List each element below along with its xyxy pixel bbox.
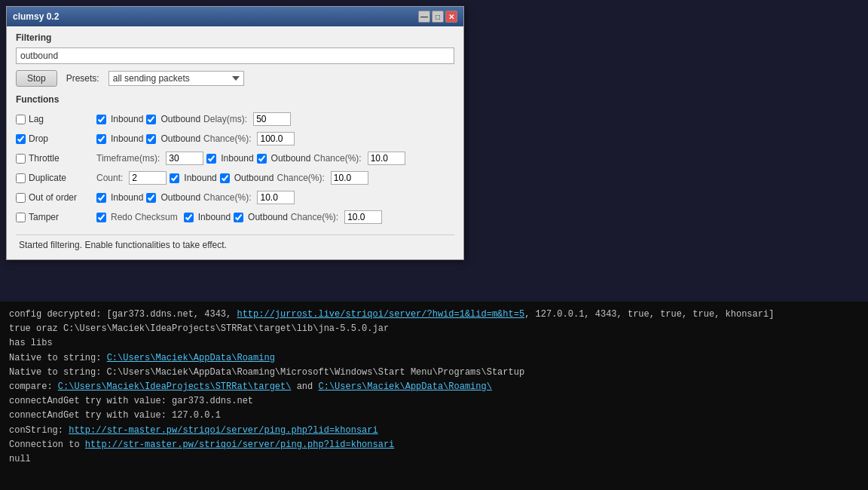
throttle-inbound-checkbox[interactable]	[206, 154, 216, 164]
terminal-line: conString: http://str-master.pw/striqoi/…	[9, 424, 859, 438]
terminal-line: true oraz C:\Users\Maciek\IdeaProjects\S…	[9, 322, 859, 336]
drop-middle: Inbound Outbound Chance(%):	[96, 132, 454, 145]
tamper-outbound-checkbox[interactable]	[234, 213, 243, 222]
controls-row: Stop Presets: all sending packets all re…	[16, 70, 454, 87]
out-of-order-middle: Inbound Outbound Chance(%):	[96, 191, 454, 204]
drop-outbound-label: Outbound	[160, 133, 200, 144]
out-of-order-outbound-label: Outbound	[160, 192, 200, 203]
out-of-order-inbound-checkbox[interactable]	[96, 193, 106, 203]
duplicate-label: Duplicate	[29, 173, 96, 183]
duplicate-outbound-label: Outbound	[234, 173, 274, 183]
tamper-checkbox[interactable]	[16, 213, 26, 222]
tamper-chance-label: Chance(%):	[291, 212, 338, 222]
tamper-outbound-label: Outbound	[248, 212, 288, 222]
duplicate-inbound-label: Inbound	[184, 173, 216, 183]
throttle-chance-label: Chance(%):	[313, 153, 361, 164]
title-bar[interactable]: clumsy 0.2 — □ ✕	[7, 7, 463, 26]
lag-delay-label: Delay(ms):	[203, 114, 247, 124]
drop-chance-label: Chance(%):	[203, 133, 251, 144]
terminal-line: compare: C:\Users\Maciek\IdeaProjects\ST…	[9, 380, 859, 394]
close-button[interactable]: ✕	[445, 11, 457, 23]
terminal-line: Native to string: C:\Users\Maciek\AppDat…	[9, 366, 859, 380]
tamper-label: Tamper	[29, 212, 96, 222]
lag-delay-input[interactable]	[253, 112, 291, 126]
duplicate-count-label: Count:	[96, 173, 123, 183]
minimize-button[interactable]: —	[418, 11, 430, 23]
tamper-middle: Redo Checksum Inbound Outbound Chance(%)…	[96, 210, 454, 224]
out-of-order-inbound-label: Inbound	[111, 192, 143, 203]
throttle-timeframe-input[interactable]	[166, 152, 203, 165]
terminal-line: null	[9, 452, 859, 467]
out-of-order-chance-label: Chance(%):	[203, 192, 251, 203]
maximize-button[interactable]: □	[432, 11, 444, 23]
drop-inbound-label: Inbound	[111, 133, 143, 144]
lag-inbound-label: Inbound	[111, 114, 143, 124]
throttle-timeframe-label: Timeframe(ms):	[96, 153, 160, 164]
filtering-section-title: Filtering	[16, 32, 454, 43]
lag-outbound-label: Outbound	[160, 114, 200, 124]
function-row-out-of-order: Out of order Inbound Outbound Chance(%):	[16, 188, 454, 207]
out-of-order-chance-input[interactable]	[257, 191, 295, 204]
stop-button[interactable]: Stop	[16, 70, 57, 87]
lag-label: Lag	[29, 114, 96, 124]
drop-label: Drop	[29, 133, 96, 144]
terminal-line: connectAndGet try with value: 127.0.0.1	[9, 409, 859, 423]
terminal-line: Native to string: C:\Users\Maciek\AppDat…	[9, 351, 859, 366]
terminal: config decrypted: [gar373.ddns.net, 4343…	[0, 302, 868, 490]
throttle-outbound-label: Outbound	[271, 153, 311, 164]
tamper-redo-checkbox[interactable]	[96, 213, 106, 222]
out-of-order-outbound-checkbox[interactable]	[146, 193, 156, 203]
function-row-tamper: Tamper Redo Checksum Inbound Outbound Ch…	[16, 207, 454, 227]
out-of-order-label: Out of order	[29, 192, 96, 203]
throttle-outbound-checkbox[interactable]	[257, 154, 267, 164]
status-bar: Started filtering. Enable functionalitie…	[16, 234, 454, 250]
functions-section: Functions Lag Inbound Outbound Delay(ms)…	[16, 94, 454, 227]
duplicate-chance-label: Chance(%):	[277, 173, 324, 183]
tamper-inbound-label: Inbound	[198, 212, 231, 222]
presets-label: Presets:	[66, 73, 99, 84]
drop-checkbox[interactable]	[16, 134, 26, 144]
function-row-duplicate: Duplicate Count: Inbound Outbound Chance…	[16, 168, 454, 188]
lag-outbound-checkbox[interactable]	[146, 115, 156, 124]
duplicate-count-input[interactable]	[129, 171, 167, 185]
terminal-line: config decrypted: [gar373.ddns.net, 4343…	[9, 308, 859, 322]
duplicate-middle: Count: Inbound Outbound Chance(%):	[96, 171, 454, 185]
terminal-line: connectAndGet try with value: gar373.ddn…	[9, 394, 859, 409]
function-row-drop: Drop Inbound Outbound Chance(%):	[16, 129, 454, 149]
throttle-chance-input[interactable]	[368, 152, 405, 165]
presets-select[interactable]: all sending packets all receiving packet…	[108, 71, 244, 86]
throttle-inbound-label: Inbound	[221, 153, 253, 164]
lag-middle: Inbound Outbound Delay(ms):	[96, 112, 454, 126]
lag-inbound-checkbox[interactable]	[96, 115, 106, 124]
out-of-order-checkbox[interactable]	[16, 193, 26, 203]
window-title: clumsy 0.2	[13, 11, 59, 22]
drop-outbound-checkbox[interactable]	[146, 134, 156, 144]
functions-section-title: Functions	[16, 94, 454, 105]
tamper-redo-label: Redo Checksum	[111, 212, 178, 222]
duplicate-checkbox[interactable]	[16, 173, 26, 183]
clumsy-window: clumsy 0.2 — □ ✕ Filtering Stop Presets:…	[6, 6, 464, 260]
lag-checkbox[interactable]	[16, 115, 26, 124]
duplicate-outbound-checkbox[interactable]	[220, 173, 230, 183]
tamper-chance-input[interactable]	[344, 210, 382, 224]
terminal-line: Connection to http://str-master.pw/striq…	[9, 438, 859, 452]
drop-inbound-checkbox[interactable]	[96, 134, 106, 144]
filter-input[interactable]	[16, 47, 454, 64]
terminal-line: has libs	[9, 336, 859, 351]
tamper-inbound-checkbox[interactable]	[184, 213, 194, 222]
throttle-middle: Timeframe(ms): Inbound Outbound Chance(%…	[96, 152, 454, 165]
drop-chance-input[interactable]	[257, 132, 295, 145]
throttle-label: Throttle	[29, 153, 96, 164]
duplicate-inbound-checkbox[interactable]	[170, 173, 179, 183]
throttle-checkbox[interactable]	[16, 154, 26, 164]
function-row-lag: Lag Inbound Outbound Delay(ms):	[16, 109, 454, 129]
duplicate-chance-input[interactable]	[331, 171, 368, 185]
function-row-throttle: Throttle Timeframe(ms): Inbound Outbound…	[16, 149, 454, 168]
window-body: Filtering Stop Presets: all sending pack…	[7, 26, 463, 259]
title-bar-buttons: — □ ✕	[418, 11, 457, 23]
status-text: Started filtering. Enable functionalitie…	[19, 240, 227, 250]
